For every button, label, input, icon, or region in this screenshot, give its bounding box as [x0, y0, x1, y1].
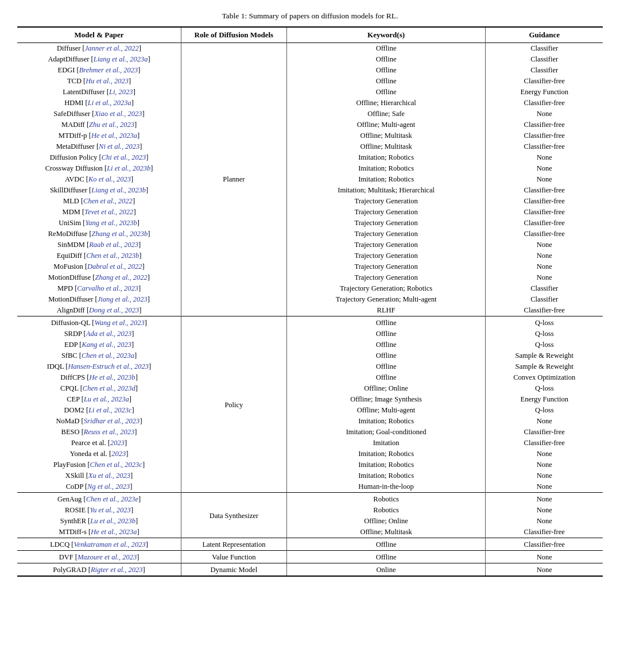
summary-table: Model & Paper Role of Diffusion Models K… [17, 26, 603, 577]
header-guidance: Guidance [486, 27, 603, 43]
model-cell: SRDP [Ada et al., 2023] [17, 329, 181, 339]
model-cell: Diffusion Policy [Chi et al., 2023] [17, 152, 181, 163]
table-row: MLD [Chen et al., 2022]Trajectory Genera… [17, 196, 603, 207]
keyword-cell: Offline [286, 76, 486, 87]
model-cell: SafeDiffuser [Xiao et al., 2023] [17, 109, 181, 119]
keyword-cell: Trajectory Generation [286, 261, 486, 272]
keyword-cell: Robotics [286, 493, 486, 505]
guidance-cell: Classifier-free [486, 196, 603, 207]
guidance-cell: None [486, 493, 603, 505]
guidance-cell: Classifier [486, 65, 603, 76]
model-cell: DOM2 [Li et al., 2023c] [17, 405, 181, 416]
model-cell: LatentDiffuser [Li, 2023] [17, 87, 181, 98]
guidance-cell: Classifier [486, 283, 603, 294]
keyword-cell: Offline; Multi-agent [286, 119, 486, 130]
model-cell: MADiff [Zhu et al., 2023] [17, 119, 181, 130]
table-row: GenAug [Chen et al., 2023e]Data Synthesi… [17, 493, 603, 505]
keyword-cell: Offline; Hierarchical [286, 98, 486, 109]
keyword-cell: Imitation; Goal-conditioned [286, 427, 486, 438]
keyword-cell: Imitation; Multitask; Hierarchical [286, 185, 486, 196]
guidance-cell: Sample & Reweight [486, 350, 603, 361]
guidance-cell: Classifier-free [486, 229, 603, 240]
keyword-cell: Offline [286, 350, 486, 361]
guidance-cell: Convex Optimization [486, 372, 603, 383]
table-row: DVF [Mazoure et al., 2023]Value Function… [17, 551, 603, 563]
guidance-cell: Classifier-free [486, 527, 603, 538]
table-row: AdaptDiffuser [Liang et al., 2023a]Offli… [17, 54, 603, 65]
guidance-cell: None [486, 459, 603, 470]
keyword-cell: Trajectory Generation [286, 272, 486, 283]
table-row: MetaDiffuser [Ni et al., 2023]Offline; M… [17, 141, 603, 152]
table-row: BESO [Reuss et al., 2023]Imitation; Goal… [17, 427, 603, 438]
model-cell: MTDiff-s [He et al., 2023a] [17, 527, 181, 538]
table-row: PlayFusion [Chen et al., 2023c]Imitation… [17, 459, 603, 470]
model-cell: MTDiff-p [He et al., 2023a] [17, 130, 181, 141]
table-row: SRDP [Ada et al., 2023]OfflineQ-loss [17, 329, 603, 339]
keyword-cell: Online [286, 563, 486, 577]
keyword-cell: Offline [286, 54, 486, 65]
table-row: LDCQ [Venkatraman et al., 2023]Latent Re… [17, 538, 603, 551]
model-cell: SfBC [Chen et al., 2023a] [17, 350, 181, 361]
keyword-cell: Offline [286, 65, 486, 76]
model-cell: AdaptDiffuser [Liang et al., 2023a] [17, 54, 181, 65]
role-cell: Planner [181, 43, 287, 316]
guidance-cell: Classifier-free [486, 130, 603, 141]
guidance-cell: None [486, 449, 603, 459]
keyword-cell: Imitation; Robotics [286, 174, 486, 185]
guidance-cell: Q-loss [486, 339, 603, 350]
table-row: IDQL [Hansen-Estruch et al., 2023]Offlin… [17, 361, 603, 372]
table-row: XSkill [Xu et al., 2023]Imitation; Robot… [17, 470, 603, 481]
guidance-cell: None [486, 250, 603, 261]
keyword-cell: Offline; Multitask [286, 527, 486, 538]
keyword-cell: Offline; Multitask [286, 130, 486, 141]
guidance-cell: Energy Function [486, 394, 603, 405]
role-cell: Data Synthesizer [181, 493, 287, 538]
guidance-cell: Classifier [486, 54, 603, 65]
guidance-cell: Energy Function [486, 87, 603, 98]
model-cell: Yoneda et al. [2023] [17, 449, 181, 459]
guidance-cell: Classifier-free [486, 119, 603, 130]
model-cell: UniSim [Yang et al., 2023b] [17, 218, 181, 229]
guidance-cell: Classifier-free [486, 185, 603, 196]
keyword-cell: Offline; Image Synthesis [286, 394, 486, 405]
header-model: Model & Paper [17, 27, 181, 43]
model-cell: MetaDiffuser [Ni et al., 2023] [17, 141, 181, 152]
keyword-cell: Offline [286, 361, 486, 372]
table-row: AVDC [Ko et al., 2023]Imitation; Robotic… [17, 174, 603, 185]
keyword-cell: Imitation; Robotics [286, 470, 486, 481]
guidance-cell: Classifier-free [486, 218, 603, 229]
keyword-cell: Imitation; Robotics [286, 459, 486, 470]
table-row: DiffCPS [He et al., 2023b]OfflineConvex … [17, 372, 603, 383]
model-cell: NoMaD [Sridhar et al., 2023] [17, 416, 181, 427]
table-row: MTDiff-s [He et al., 2023a]Offline; Mult… [17, 527, 603, 538]
model-cell: SinMDM [Raab et al., 2023] [17, 240, 181, 250]
model-cell: EDP [Kang et al., 2023] [17, 339, 181, 350]
keyword-cell: Trajectory Generation; Robotics [286, 283, 486, 294]
guidance-cell: None [486, 563, 603, 577]
keyword-cell: Offline; Multitask [286, 141, 486, 152]
guidance-cell: None [486, 152, 603, 163]
table-row: MADiff [Zhu et al., 2023]Offline; Multi-… [17, 119, 603, 130]
model-cell: HDMI [Li et al., 2023a] [17, 98, 181, 109]
keyword-cell: Offline [286, 43, 486, 55]
model-cell: EquiDiff [Chen et al., 2023b] [17, 250, 181, 261]
model-cell: MDM [Tevet et al., 2022] [17, 207, 181, 218]
model-cell: TCD [Hu et al., 2023] [17, 76, 181, 87]
table-row: Diffusion-QL [Wang et al., 2023]PolicyOf… [17, 316, 603, 329]
guidance-cell: None [486, 272, 603, 283]
model-cell: DiffCPS [He et al., 2023b] [17, 372, 181, 383]
keyword-cell: Human-in-the-loop [286, 481, 486, 493]
keyword-cell: RLHF [286, 305, 486, 316]
table-row: Diffuser [Janner et al., 2022]PlannerOff… [17, 43, 603, 55]
guidance-cell: None [486, 261, 603, 272]
table-row: EDP [Kang et al., 2023]OfflineQ-loss [17, 339, 603, 350]
model-cell: MotionDiffuser [Jiang et al., 2023] [17, 294, 181, 305]
model-cell: PolyGRAD [Rigter et al., 2023] [17, 563, 181, 577]
model-cell: MPD [Carvalho et al., 2023] [17, 283, 181, 294]
guidance-cell: Classifier-free [486, 538, 603, 551]
model-cell: Crossway Diffusion [Li et al., 2023b] [17, 163, 181, 174]
guidance-cell: None [486, 163, 603, 174]
table-row: MTDiff-p [He et al., 2023a]Offline; Mult… [17, 130, 603, 141]
table-row: EDGI [Brehmer et al., 2023]OfflineClassi… [17, 65, 603, 76]
keyword-cell: Imitation [286, 438, 486, 449]
